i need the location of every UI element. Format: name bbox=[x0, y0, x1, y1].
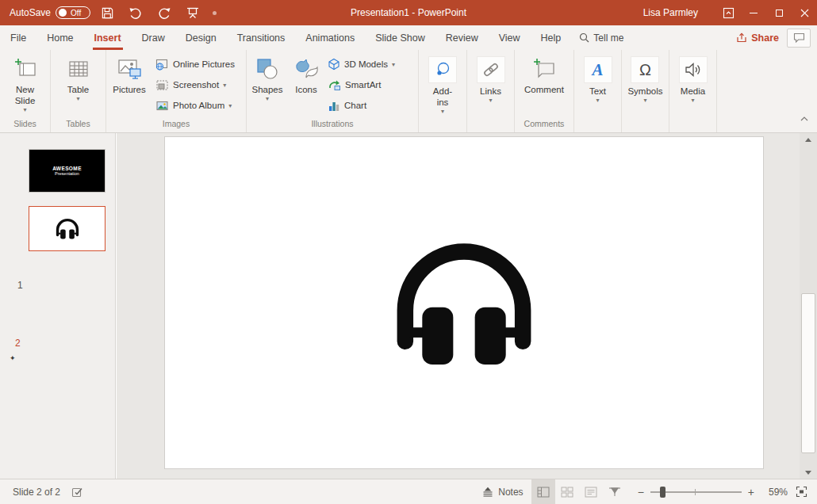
slide-thumbnail-2[interactable] bbox=[29, 206, 105, 251]
group-label-tables: Tables bbox=[51, 119, 105, 132]
user-name[interactable]: Lisa Parmley bbox=[643, 7, 698, 18]
reading-view-icon bbox=[585, 487, 597, 498]
zoom-level[interactable]: 59% bbox=[761, 487, 788, 498]
zoom-out-button[interactable]: − bbox=[638, 486, 644, 498]
normal-view-button[interactable] bbox=[531, 479, 555, 504]
close-icon bbox=[800, 9, 809, 17]
triangle-up-icon bbox=[805, 138, 811, 142]
tab-insert[interactable]: Insert bbox=[84, 25, 132, 50]
slide-sorter-icon bbox=[561, 487, 573, 498]
pictures-button[interactable]: Pictures bbox=[106, 54, 152, 95]
tab-home[interactable]: Home bbox=[36, 25, 83, 50]
start-slideshow-button[interactable] bbox=[181, 0, 205, 25]
screenshot-button[interactable]: Screenshot ▾ bbox=[155, 74, 235, 95]
new-slide-button[interactable]: New Slide ▾ bbox=[13, 54, 38, 113]
shapes-icon bbox=[255, 56, 280, 82]
new-slide-icon bbox=[13, 56, 38, 82]
links-button[interactable]: Links ▾ bbox=[477, 54, 505, 104]
photo-album-button[interactable]: Photo Album ▾ bbox=[155, 95, 235, 116]
group-slides: New Slide ▾ Slides bbox=[0, 50, 51, 132]
tab-transitions[interactable]: Transitions bbox=[227, 25, 296, 50]
group-label-media bbox=[669, 128, 716, 132]
headphones-icon[interactable] bbox=[394, 239, 534, 367]
scrollbar-thumb[interactable] bbox=[801, 293, 815, 453]
zoom-slider-thumb[interactable] bbox=[660, 487, 665, 498]
table-button[interactable]: Table ▾ bbox=[66, 54, 91, 102]
shapes-button[interactable]: Shapes ▾ bbox=[247, 54, 288, 102]
share-button[interactable]: Share bbox=[736, 32, 779, 44]
status-bar: Slide 2 of 2 Notes bbox=[0, 479, 817, 504]
minimize-icon bbox=[750, 13, 758, 13]
group-tables: Table ▾ Tables bbox=[51, 50, 106, 132]
scroll-up-button[interactable] bbox=[800, 133, 817, 146]
slide-editing-canvas[interactable] bbox=[117, 133, 817, 479]
tab-animations[interactable]: Animations bbox=[295, 25, 365, 50]
online-pictures-button[interactable]: Online Pictures bbox=[155, 54, 235, 74]
slide-2-canvas[interactable] bbox=[164, 136, 764, 469]
3d-models-button[interactable]: 3D Models ▾ bbox=[328, 54, 395, 74]
normal-view-icon bbox=[537, 487, 550, 498]
chart-button[interactable]: Chart bbox=[328, 95, 395, 116]
symbols-button[interactable]: Ω Symbols ▾ bbox=[627, 54, 662, 104]
autosave-toggle[interactable]: AutoSave Off bbox=[10, 6, 90, 19]
text-button[interactable]: A Text ▾ bbox=[584, 54, 612, 104]
search-icon bbox=[579, 32, 589, 43]
tab-help[interactable]: Help bbox=[531, 25, 572, 50]
photo-album-icon bbox=[155, 100, 169, 112]
tab-file[interactable]: File bbox=[0, 25, 36, 50]
chevron-down-icon: ▾ bbox=[691, 97, 694, 104]
quick-access-more-icon[interactable] bbox=[213, 11, 217, 15]
redo-icon bbox=[157, 6, 171, 20]
tab-design[interactable]: Design bbox=[175, 25, 227, 50]
group-label-symbols bbox=[622, 128, 669, 132]
tab-slide-show[interactable]: Slide Show bbox=[365, 25, 435, 50]
tab-review[interactable]: Review bbox=[435, 25, 489, 50]
smartart-button[interactable]: SmartArt bbox=[328, 74, 395, 95]
ribbon-display-options-button[interactable] bbox=[715, 0, 741, 25]
reading-view-button[interactable] bbox=[579, 479, 603, 504]
ribbon-tab-row: File Home Insert Draw Design Transitions… bbox=[0, 25, 817, 50]
chevron-down-icon: ▾ bbox=[441, 108, 444, 115]
group-label-slides: Slides bbox=[0, 119, 50, 132]
notes-icon bbox=[482, 487, 493, 498]
tab-view[interactable]: View bbox=[489, 25, 531, 50]
icons-button[interactable]: Icons bbox=[288, 54, 324, 95]
save-button[interactable] bbox=[95, 0, 119, 25]
slide-thumbnail-1[interactable]: AWESOME Presentation bbox=[29, 149, 105, 193]
fit-slide-to-window-button[interactable] bbox=[796, 486, 807, 498]
pictures-icon bbox=[117, 56, 142, 82]
group-links: Links ▾ bbox=[467, 50, 515, 132]
scroll-down-button[interactable] bbox=[800, 466, 817, 479]
autosave-state: Off bbox=[71, 9, 81, 17]
online-pictures-icon bbox=[155, 59, 169, 71]
media-button[interactable]: Media ▾ bbox=[679, 54, 708, 104]
zoom-slider[interactable] bbox=[650, 487, 742, 498]
table-icon bbox=[66, 56, 91, 82]
chevron-down-icon: ▾ bbox=[596, 97, 599, 104]
comment-button[interactable]: Comment bbox=[519, 54, 570, 95]
ribbon-insert: New Slide ▾ Slides Table ▾ Tables bbox=[0, 50, 817, 133]
redo-button[interactable] bbox=[152, 0, 176, 25]
maximize-button[interactable] bbox=[766, 0, 792, 25]
undo-button[interactable] bbox=[124, 0, 148, 25]
tell-me-search[interactable]: Tell me bbox=[571, 32, 631, 44]
3d-models-icon bbox=[328, 58, 340, 71]
maximize-icon bbox=[776, 10, 783, 17]
tab-draw[interactable]: Draw bbox=[132, 25, 175, 50]
icons-icon bbox=[293, 56, 319, 82]
slide-sorter-view-button[interactable] bbox=[555, 479, 579, 504]
comments-pane-button[interactable] bbox=[787, 29, 811, 48]
collapse-ribbon-button[interactable] bbox=[800, 116, 809, 122]
add-ins-button[interactable]: Add- ins ▾ bbox=[428, 54, 457, 115]
group-label-images: Images bbox=[106, 119, 246, 132]
vertical-scrollbar[interactable] bbox=[800, 133, 817, 479]
slide-indicator[interactable]: Slide 2 of 2 bbox=[13, 487, 60, 498]
close-button[interactable] bbox=[792, 0, 817, 25]
zoom-in-button[interactable]: + bbox=[748, 486, 754, 498]
chevron-down-icon: ▾ bbox=[266, 95, 269, 102]
minimize-button[interactable] bbox=[741, 0, 766, 25]
accessibility-checker-icon[interactable] bbox=[71, 487, 83, 498]
notes-button[interactable]: Notes bbox=[474, 479, 531, 504]
smartart-icon bbox=[328, 79, 341, 91]
slide-show-view-button[interactable] bbox=[603, 479, 627, 504]
